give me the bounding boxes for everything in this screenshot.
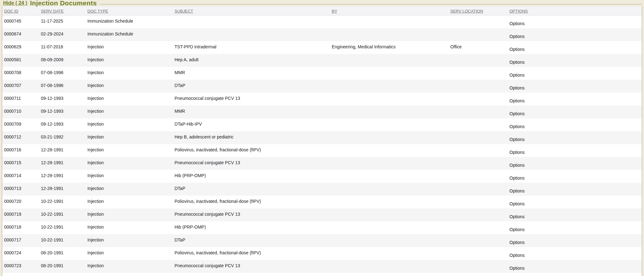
column-header-doc-id[interactable]: DOC ID (2, 6, 39, 15)
column-header-serv-date[interactable]: SERV DATE (39, 6, 86, 15)
cell-options: Options (508, 118, 642, 131)
cell-doc-id: 0000629 (2, 41, 39, 54)
cell-by (330, 106, 448, 118)
cell-serv-date: 12-28-1991 (39, 183, 86, 196)
legend-divider (100, 4, 642, 4)
cell-subject: Pneumococcal conjugate PCV 13 (173, 208, 330, 221)
cell-subject: Pneumococcal conjugate PCV 13 (173, 157, 330, 170)
row-options-button[interactable]: Options (509, 60, 525, 65)
cell-doc-id: 0000707 (2, 80, 39, 93)
cell-options: Options (508, 41, 642, 54)
cell-serv-date: 08-09-2009 (39, 54, 86, 67)
row-options-button[interactable]: Options (509, 34, 525, 39)
table-row: 0000715 12-28-1991 Injection Pneumococca… (2, 157, 642, 170)
row-options-button[interactable]: Options (509, 188, 525, 193)
row-options-button[interactable]: Options (509, 21, 525, 26)
cell-doc-id: 0000710 (2, 106, 39, 118)
row-options-button[interactable]: Options (509, 98, 525, 103)
row-options-button[interactable]: Options (509, 47, 525, 52)
cell-options: Options (508, 80, 642, 93)
cell-serv-date: 10-22-1991 (39, 208, 86, 221)
cell-serv-date: 03-21-1992 (39, 131, 86, 144)
cell-options: Options (508, 28, 642, 41)
row-options-button[interactable]: Options (509, 201, 525, 206)
row-options-button[interactable]: Options (509, 85, 525, 90)
column-header-serv-location[interactable]: SERV LOCATION (448, 6, 508, 15)
row-options-button[interactable]: Options (509, 253, 525, 258)
cell-doc-type: Injection (86, 247, 173, 260)
cell-serv-location (448, 157, 508, 170)
cell-by (330, 221, 448, 234)
cell-by (330, 93, 448, 106)
cell-doc-type: Injection (86, 260, 173, 273)
cell-serv-location (448, 247, 508, 260)
table-row: 0000709 09-12-1993 Injection DTaP-Hib-IP… (2, 118, 642, 131)
cell-options: Options (508, 93, 642, 106)
table-row: 0000720 10-22-1991 Injection Poliovirus,… (2, 196, 642, 208)
cell-by (330, 54, 448, 67)
table-row: 0000716 12-28-1991 Injection Poliovirus,… (2, 144, 642, 157)
row-options-button[interactable]: Options (509, 137, 525, 142)
cell-doc-type: Injection (86, 208, 173, 221)
column-header-by[interactable]: BY (330, 6, 448, 15)
cell-doc-id: 0000581 (2, 54, 39, 67)
row-options-button[interactable]: Options (509, 176, 525, 181)
row-options-button[interactable]: Options (509, 150, 525, 155)
cell-serv-location (448, 80, 508, 93)
cell-doc-type: Injection (86, 106, 173, 118)
cell-subject: DTaP-Hib-IPV (173, 118, 330, 131)
cell-by (330, 131, 448, 144)
cell-doc-type: Injection (86, 118, 173, 131)
table-row: 0000724 08-20-1991 Injection Poliovirus,… (2, 247, 642, 260)
cell-serv-location (448, 234, 508, 247)
cell-options: Options (508, 247, 642, 260)
table-row: 0000712 03-21-1992 Injection Hep B, adol… (2, 131, 642, 144)
cell-doc-id: 0000745 (2, 15, 39, 29)
hide-toggle-link[interactable]: Hide ( 24 ) (3, 0, 27, 6)
cell-subject (173, 28, 330, 41)
cell-serv-location (448, 221, 508, 234)
cell-options: Options (508, 221, 642, 234)
row-options-button[interactable]: Options (509, 124, 525, 129)
cell-doc-type: Injection (86, 93, 173, 106)
cell-doc-id: 0000720 (2, 196, 39, 208)
cell-serv-date: 10-22-1991 (39, 234, 86, 247)
row-options-button[interactable]: Options (509, 73, 525, 78)
column-header-subject[interactable]: SUBJECT (173, 6, 330, 15)
row-options-button[interactable]: Options (509, 163, 525, 168)
column-header-options[interactable]: OPTIONS (508, 6, 642, 15)
cell-doc-type: Injection (86, 183, 173, 196)
row-options-button[interactable]: Options (509, 227, 525, 232)
cell-serv-date: 08-20-1991 (39, 247, 86, 260)
cell-doc-type: Injection (86, 144, 173, 157)
cell-doc-id: 0000723 (2, 260, 39, 273)
row-options-button[interactable]: Options (509, 266, 525, 271)
cell-serv-location (448, 144, 508, 157)
cell-options: Options (508, 15, 642, 29)
cell-subject: Hep A, adult (173, 54, 330, 67)
cell-doc-type: Injection (86, 67, 173, 80)
table-row: 0000713 12-28-1991 Injection DTaP Option… (2, 183, 642, 196)
cell-doc-id: 0000712 (2, 131, 39, 144)
table-row: 0000745 11-17-2025 Immunization Schedule… (2, 15, 642, 29)
cell-options: Options (508, 157, 642, 170)
column-header-doc-type[interactable]: DOC TYPE (86, 6, 173, 15)
cell-subject: Pneumococcal conjugate PCV 13 (173, 93, 330, 106)
cell-by (330, 28, 448, 41)
cell-serv-location (448, 28, 508, 41)
cell-options: Options (508, 106, 642, 118)
cell-serv-location (448, 54, 508, 67)
cell-doc-type: Injection (86, 41, 173, 54)
table-row: 0000710 09-12-1993 Injection MMR Options (2, 106, 642, 118)
row-options-button[interactable]: Options (509, 111, 525, 116)
table-row: 0000718 10-22-1991 Injection Hib (PRP-OM… (2, 221, 642, 234)
cell-options: Options (508, 196, 642, 208)
table-row: 0000717 10-22-1991 Injection DTaP Option… (2, 234, 642, 247)
cell-subject: Pneumococcal conjugate PCV 13 (173, 260, 330, 273)
cell-subject: Hep B, adolescent or pediatric (173, 131, 330, 144)
row-options-button[interactable]: Options (509, 214, 525, 219)
cell-serv-date: 10-22-1991 (39, 196, 86, 208)
table-row: 0000707 07-08-1996 Injection DTaP Option… (2, 80, 642, 93)
cell-subject: Hib (PRP-OMP) (173, 221, 330, 234)
row-options-button[interactable]: Options (509, 240, 525, 245)
